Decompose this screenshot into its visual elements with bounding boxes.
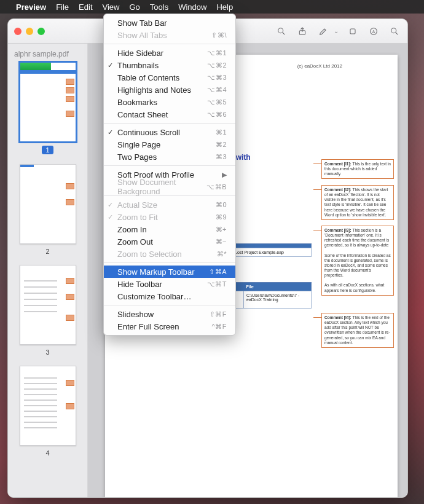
menu-item[interactable]: Show Markup Toolbar⇧⌘A (104, 266, 235, 278)
comment-balloon: Comment [I2]: This shows the start of an… (321, 185, 394, 220)
menu-item: Show Document Background⌥⌘B (104, 181, 235, 193)
menu-item[interactable]: ✓Thumbnails⌥⌘2 (104, 59, 235, 71)
svg-rect-3 (350, 29, 355, 34)
thumbnail[interactable]: 4 (13, 366, 82, 457)
menu-item[interactable]: Hide Toolbar⌥⌘T (104, 278, 235, 290)
menu-item[interactable]: Customize Toolbar… (104, 290, 235, 302)
zoom-button[interactable] (37, 28, 45, 35)
search-icon[interactable] (275, 25, 288, 38)
copyright-text: (c) eaDocX Ltd 2012 (297, 63, 342, 69)
menu-item[interactable]: Zoom Out⌘− (104, 235, 235, 248)
svg-point-0 (278, 28, 283, 33)
thumbnail[interactable]: 2 (13, 164, 82, 255)
document-name: alphr sample.pdf (14, 50, 82, 58)
menu-item[interactable]: Single Page⌘2 (104, 138, 235, 151)
page-number: 1 (42, 146, 53, 154)
thumbnail-sidebar: alphr sample.pdf 1234 (8, 44, 88, 497)
menu-tools[interactable]: Tools (150, 2, 168, 12)
svg-point-6 (391, 28, 396, 33)
menu-item: ✓Actual Size⌘0 (104, 199, 235, 211)
menu-item[interactable]: Slideshow⇧⌘F (104, 308, 235, 320)
menu-item[interactable]: Contact Sheet⌥⌘6 (104, 108, 235, 120)
app-menu[interactable]: Preview (16, 2, 46, 12)
menu-edit[interactable]: Edit (79, 2, 92, 12)
menu-item[interactable]: Bookmarks⌥⌘5 (104, 96, 235, 108)
menu-item[interactable]: Highlights and Notes⌥⌘4 (104, 84, 235, 96)
menu-window[interactable]: Window (178, 2, 206, 12)
find-icon[interactable] (388, 25, 401, 38)
menu-view[interactable]: View (99, 1, 124, 13)
page-number: 2 (45, 248, 49, 255)
menu-help[interactable]: Help (216, 2, 233, 12)
svg-line-1 (283, 33, 285, 34)
page-number: 4 (45, 449, 49, 457)
menu-item: Show All Tabs⇧⌘\ (104, 29, 235, 41)
menu-item[interactable]: Zoom In⌘+ (104, 223, 235, 235)
menu-item[interactable]: Show Tab Bar (104, 17, 235, 29)
info-icon[interactable]: A (367, 25, 380, 38)
menu-go[interactable]: Go (129, 2, 139, 12)
menu-item: ✓Zoom to Fit⌘9 (104, 211, 235, 223)
menu-item[interactable]: Enter Full Screen^⌘F (104, 320, 235, 333)
comment-balloon: Comment [I3]: This section is a 'Documen… (321, 226, 394, 296)
comment-balloon: Comment [I1]: This is the only text in t… (321, 159, 394, 179)
svg-line-7 (396, 33, 398, 34)
markup-dropdown-icon[interactable]: ⌄ (334, 28, 339, 34)
share-icon[interactable] (296, 25, 309, 38)
thumbnail[interactable]: 3 (13, 265, 82, 356)
minimize-button[interactable] (26, 28, 33, 35)
menu-file[interactable]: File (56, 2, 69, 12)
menu-item: Zoom to Selection⌘* (104, 248, 235, 260)
rotate-icon[interactable] (346, 25, 359, 38)
menu-item[interactable]: ✓Continuous Scroll⌘1 (104, 126, 235, 138)
traffic-lights (14, 28, 45, 35)
svg-text:A: A (372, 29, 375, 33)
menu-item[interactable]: Two Pages⌘3 (104, 151, 235, 163)
comment-balloon: Comment [I4]: This is the end of the eaD… (321, 313, 394, 348)
system-menubar: Preview File Edit View Go Tools Window H… (0, 0, 424, 14)
menu-item[interactable]: Hide Sidebar⌥⌘1 (104, 47, 235, 59)
view-dropdown-menu: Show Tab BarShow All Tabs⇧⌘\Hide Sidebar… (103, 14, 236, 336)
thumbnail[interactable]: 1 (13, 62, 82, 154)
menu-item[interactable]: Table of Contents⌥⌘3 (104, 71, 235, 84)
close-button[interactable] (14, 28, 22, 35)
markup-icon[interactable] (316, 25, 330, 38)
page-number: 3 (45, 348, 49, 356)
